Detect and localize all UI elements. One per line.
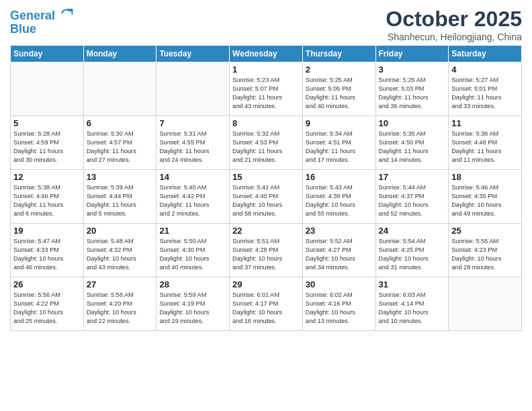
day-info: Sunrise: 5:48 AM Sunset: 4:32 PM Dayligh…: [87, 237, 154, 272]
day-number: 4: [451, 64, 519, 75]
day-number: 31: [379, 279, 446, 289]
day-info: Sunrise: 5:59 AM Sunset: 4:19 PM Dayligh…: [159, 291, 226, 326]
day-number: 14: [159, 172, 226, 182]
table-row: 17Sunrise: 5:44 AM Sunset: 4:37 PM Dayli…: [375, 170, 449, 224]
table-row: 26Sunrise: 5:56 AM Sunset: 4:22 PM Dayli…: [11, 277, 84, 331]
day-info: Sunrise: 5:40 AM Sunset: 4:42 PM Dayligh…: [159, 183, 226, 218]
table-row: 16Sunrise: 5:43 AM Sunset: 4:39 PM Dayli…: [302, 170, 375, 224]
day-info: Sunrise: 5:30 AM Sunset: 4:57 PM Dayligh…: [87, 130, 154, 165]
day-info: Sunrise: 5:47 AM Sunset: 4:33 PM Dayligh…: [13, 237, 81, 272]
col-monday: Monday: [83, 46, 157, 62]
day-number: 16: [306, 172, 373, 182]
day-number: 26: [13, 279, 81, 289]
day-number: 8: [232, 118, 300, 128]
table-row: 24Sunrise: 5:54 AM Sunset: 4:25 PM Dayli…: [375, 224, 449, 277]
table-row: 3Sunrise: 5:26 AM Sunset: 5:03 PM Daylig…: [375, 62, 449, 116]
table-row: 8Sunrise: 5:32 AM Sunset: 4:53 PM Daylig…: [230, 116, 303, 170]
day-number: 22: [232, 226, 300, 236]
day-number: 27: [87, 279, 154, 289]
table-row: 30Sunrise: 6:02 AM Sunset: 4:16 PM Dayli…: [302, 277, 375, 331]
col-tuesday: Tuesday: [157, 46, 230, 62]
day-info: Sunrise: 5:32 AM Sunset: 4:53 PM Dayligh…: [232, 130, 300, 165]
day-number: 29: [232, 279, 300, 289]
table-row: 11Sunrise: 5:36 AM Sunset: 4:48 PM Dayli…: [449, 116, 522, 170]
table-row: 27Sunrise: 5:58 AM Sunset: 4:20 PM Dayli…: [83, 277, 157, 331]
day-number: 6: [87, 118, 154, 128]
day-number: 7: [159, 118, 226, 128]
table-row: 21Sunrise: 5:50 AM Sunset: 4:30 PM Dayli…: [157, 224, 230, 277]
col-friday: Friday: [375, 46, 449, 62]
table-row: 28Sunrise: 5:59 AM Sunset: 4:19 PM Dayli…: [157, 277, 230, 331]
day-number: 30: [306, 279, 373, 289]
table-row: 19Sunrise: 5:47 AM Sunset: 4:33 PM Dayli…: [11, 224, 84, 277]
table-row: 5Sunrise: 5:28 AM Sunset: 4:59 PM Daylig…: [11, 116, 84, 170]
col-wednesday: Wednesday: [230, 46, 303, 62]
day-info: Sunrise: 5:34 AM Sunset: 4:51 PM Dayligh…: [306, 130, 373, 165]
calendar-table: Sunday Monday Tuesday Wednesday Thursday…: [10, 45, 522, 331]
day-info: Sunrise: 6:03 AM Sunset: 4:14 PM Dayligh…: [379, 291, 446, 326]
table-row: 12Sunrise: 5:38 AM Sunset: 4:46 PM Dayli…: [11, 170, 84, 224]
day-info: Sunrise: 5:38 AM Sunset: 4:46 PM Dayligh…: [13, 183, 81, 218]
day-info: Sunrise: 5:46 AM Sunset: 4:35 PM Dayligh…: [451, 183, 519, 218]
day-number: 3: [379, 64, 446, 75]
table-row: 4Sunrise: 5:27 AM Sunset: 5:01 PM Daylig…: [449, 62, 522, 116]
day-info: Sunrise: 5:25 AM Sunset: 5:05 PM Dayligh…: [306, 76, 373, 111]
day-info: Sunrise: 5:28 AM Sunset: 4:59 PM Dayligh…: [13, 130, 81, 165]
day-info: Sunrise: 5:44 AM Sunset: 4:37 PM Dayligh…: [379, 183, 446, 218]
day-number: 5: [13, 118, 81, 128]
day-info: Sunrise: 5:41 AM Sunset: 4:40 PM Dayligh…: [232, 183, 300, 218]
day-info: Sunrise: 5:23 AM Sunset: 5:07 PM Dayligh…: [232, 76, 300, 111]
day-number: 24: [379, 226, 446, 236]
day-number: 13: [87, 172, 154, 182]
table-row: [449, 277, 522, 331]
day-number: 9: [306, 118, 373, 128]
day-number: 2: [306, 64, 373, 75]
calendar-week-row: 5Sunrise: 5:28 AM Sunset: 4:59 PM Daylig…: [11, 116, 522, 170]
day-number: 25: [451, 226, 519, 236]
day-number: 15: [232, 172, 300, 182]
day-number: 21: [159, 226, 226, 236]
location-subtitle: Shanhecun, Heilongjiang, China: [386, 32, 522, 42]
table-row: 23Sunrise: 5:52 AM Sunset: 4:27 PM Dayli…: [302, 224, 375, 277]
table-row: [83, 62, 157, 116]
day-info: Sunrise: 5:51 AM Sunset: 4:28 PM Dayligh…: [232, 237, 300, 272]
day-info: Sunrise: 5:54 AM Sunset: 4:25 PM Dayligh…: [379, 237, 446, 272]
table-row: [157, 62, 230, 116]
month-title: October 2025: [386, 7, 522, 32]
table-row: 13Sunrise: 5:39 AM Sunset: 4:44 PM Dayli…: [83, 170, 157, 224]
day-info: Sunrise: 5:35 AM Sunset: 4:50 PM Dayligh…: [379, 130, 446, 165]
logo-text: General: [10, 9, 73, 23]
header: General Blue October 2025 Shanhecun, Hei…: [10, 7, 522, 42]
calendar-week-row: 1Sunrise: 5:23 AM Sunset: 5:07 PM Daylig…: [11, 62, 522, 116]
title-block: October 2025 Shanhecun, Heilongjiang, Ch…: [386, 7, 522, 42]
table-row: 1Sunrise: 5:23 AM Sunset: 5:07 PM Daylig…: [230, 62, 303, 116]
day-number: 18: [451, 172, 519, 182]
table-row: 15Sunrise: 5:41 AM Sunset: 4:40 PM Dayli…: [230, 170, 303, 224]
day-number: 12: [13, 172, 81, 182]
day-number: 11: [451, 118, 519, 128]
day-info: Sunrise: 5:27 AM Sunset: 5:01 PM Dayligh…: [451, 76, 519, 111]
table-row: 25Sunrise: 5:55 AM Sunset: 4:23 PM Dayli…: [449, 224, 522, 277]
day-info: Sunrise: 6:02 AM Sunset: 4:16 PM Dayligh…: [306, 291, 373, 326]
table-row: 18Sunrise: 5:46 AM Sunset: 4:35 PM Dayli…: [449, 170, 522, 224]
day-info: Sunrise: 5:56 AM Sunset: 4:22 PM Dayligh…: [13, 291, 81, 326]
day-info: Sunrise: 5:31 AM Sunset: 4:55 PM Dayligh…: [159, 130, 226, 165]
day-number: 20: [87, 226, 154, 236]
day-info: Sunrise: 5:39 AM Sunset: 4:44 PM Dayligh…: [87, 183, 154, 218]
table-row: 6Sunrise: 5:30 AM Sunset: 4:57 PM Daylig…: [83, 116, 157, 170]
col-sunday: Sunday: [11, 46, 84, 62]
table-row: 29Sunrise: 6:01 AM Sunset: 4:17 PM Dayli…: [230, 277, 303, 331]
day-number: 28: [159, 279, 226, 289]
table-row: 10Sunrise: 5:35 AM Sunset: 4:50 PM Dayli…: [375, 116, 449, 170]
day-info: Sunrise: 5:50 AM Sunset: 4:30 PM Dayligh…: [159, 237, 226, 272]
logo: General Blue: [10, 9, 73, 36]
table-row: 22Sunrise: 5:51 AM Sunset: 4:28 PM Dayli…: [230, 224, 303, 277]
day-info: Sunrise: 6:01 AM Sunset: 4:17 PM Dayligh…: [232, 291, 300, 326]
day-info: Sunrise: 5:43 AM Sunset: 4:39 PM Dayligh…: [306, 183, 373, 218]
table-row: 2Sunrise: 5:25 AM Sunset: 5:05 PM Daylig…: [302, 62, 375, 116]
day-number: 1: [232, 64, 300, 75]
day-info: Sunrise: 5:26 AM Sunset: 5:03 PM Dayligh…: [379, 76, 446, 111]
table-row: [11, 62, 84, 116]
day-number: 17: [379, 172, 446, 182]
day-number: 10: [379, 118, 446, 128]
